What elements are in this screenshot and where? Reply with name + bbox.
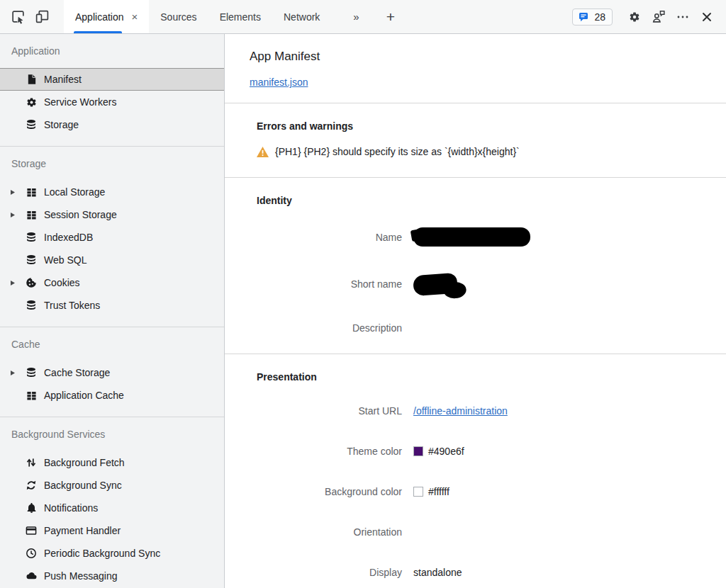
sidebar-item-local-storage[interactable]: Local Storage [0, 181, 224, 203]
sidebar-item-notifications[interactable]: Notifications [0, 497, 224, 519]
sidebar-item-payment-handler[interactable]: Payment Handler [0, 519, 224, 542]
sidebar-item-cookies[interactable]: Cookies [0, 271, 224, 294]
field-label: Background color [225, 486, 402, 497]
sidebar-section-storage: Storage Local Storage [0, 147, 224, 327]
errors-and-warnings-section: Errors and warnings {PH1} {PH2} should s… [225, 103, 726, 177]
sidebar-item-manifest[interactable]: Manifest [0, 68, 224, 91]
sidebar-item-label: Trust Tokens [44, 300, 100, 311]
gear-icon [25, 96, 38, 108]
sidebar-item-background-fetch[interactable]: Background Fetch [0, 451, 224, 474]
issues-count: 28 [594, 11, 605, 23]
inspect-cursor-icon[interactable] [6, 0, 30, 33]
section-title: Cache [0, 327, 224, 361]
field-label: Description [225, 322, 402, 334]
sidebar-item-cache-storage[interactable]: Cache Storage [0, 361, 224, 384]
sidebar-item-label: Service Workers [44, 96, 116, 108]
field-value: /offline-administration [413, 405, 508, 417]
sidebar-item-indexeddb[interactable]: IndexedDB [0, 226, 224, 249]
close-icon[interactable] [695, 11, 719, 23]
field-label: Short name [225, 278, 402, 290]
field-row-description: Description [225, 321, 726, 335]
field-value: #490e6f [413, 446, 464, 457]
field-row-short-name: Short name [225, 273, 726, 295]
sidebar-item-service-workers[interactable]: Service Workers [0, 91, 224, 113]
tab-close-icon[interactable]: × [132, 11, 138, 22]
sidebar-section-application: Application Manifest [0, 34, 224, 147]
document-icon [25, 73, 38, 86]
sidebar-item-label: Payment Handler [44, 525, 121, 536]
page-title: App Manifest [250, 50, 726, 64]
database-icon [25, 299, 38, 312]
sidebar-item-periodic-background-sync[interactable]: Periodic Background Sync [0, 542, 224, 565]
chevron-right-icon[interactable] [10, 212, 25, 218]
field-row-name: Name [225, 227, 726, 247]
field-label: Theme color [225, 446, 402, 457]
tab-sources[interactable]: Sources [149, 0, 208, 33]
database-icon [25, 254, 38, 266]
more-tabs-button[interactable]: » [342, 0, 368, 33]
field-value [413, 273, 457, 295]
tab-application-label: Application [75, 11, 124, 23]
chevron-right-icon[interactable] [10, 370, 25, 376]
database-icon [25, 118, 38, 131]
tab-application[interactable]: Application × [64, 0, 149, 33]
devtools-body: Application Manifest [0, 34, 726, 588]
field-row-orientation: Orientation [225, 525, 726, 539]
sidebar-item-application-cache[interactable]: Application Cache [0, 384, 224, 407]
sidebar-item-label: Background Sync [44, 480, 122, 491]
field-row-start-url: Start URL /offline-administration [225, 404, 726, 418]
field-label: Display [225, 567, 402, 578]
field-row-theme-color: Theme color #490e6f [225, 444, 726, 458]
warning-message: {PH1} {PH2} should specify its size as `… [275, 146, 520, 157]
toolbar-spacer [406, 0, 572, 33]
section-title: Storage [0, 147, 224, 181]
devtools-toolbar: Application × Sources Elements Network »… [0, 0, 726, 34]
sidebar-item-session-storage[interactable]: Session Storage [0, 203, 224, 226]
sidebar-item-push-messaging[interactable]: Push Messaging [0, 565, 224, 587]
up-down-arrows-icon [25, 456, 38, 469]
section-title: Application [0, 34, 224, 68]
redaction-scribble [413, 273, 458, 296]
chevron-right-icon[interactable] [10, 189, 25, 196]
sidebar-item-label: Background Fetch [44, 457, 125, 468]
sidebar-item-label: Storage [44, 119, 79, 130]
background-color-value: #ffffff [428, 486, 449, 497]
field-row-background-color: Background color #ffffff [225, 485, 726, 499]
table-icon [25, 208, 38, 221]
cloud-icon [25, 570, 38, 582]
sidebar-item-trust-tokens[interactable]: Trust Tokens [0, 294, 224, 317]
person-chat-icon[interactable] [647, 9, 671, 24]
table-icon [25, 389, 38, 402]
field-label: Start URL [225, 405, 402, 417]
sidebar-item-label: Application Cache [44, 390, 124, 401]
sidebar-section-background-services: Background Services Background Fetch [0, 417, 224, 588]
gear-icon[interactable] [622, 11, 647, 23]
active-tab-underline [74, 31, 122, 33]
tab-sources-label: Sources [160, 11, 196, 23]
sidebar-item-label: Periodic Background Sync [44, 548, 160, 559]
tab-network[interactable]: Network [272, 0, 331, 33]
sidebar-item-background-sync[interactable]: Background Sync [0, 474, 224, 497]
background-color-swatch [413, 487, 423, 497]
sidebar-item-label: Manifest [44, 74, 82, 85]
database-icon [25, 366, 38, 379]
tab-elements[interactable]: Elements [208, 0, 272, 33]
start-url-link[interactable]: /offline-administration [413, 405, 508, 417]
field-value: #ffffff [413, 486, 449, 497]
sync-icon [25, 479, 38, 492]
manifest-report: App Manifest manifest.json Errors and wa… [225, 34, 726, 588]
table-icon [25, 186, 38, 198]
manifest-json-link[interactable]: manifest.json [250, 77, 308, 88]
sidebar-item-web-sql[interactable]: Web SQL [0, 249, 224, 271]
sidebar-item-label: Cookies [44, 277, 80, 288]
new-tab-button[interactable]: + [376, 0, 406, 33]
sidebar-item-label: Web SQL [44, 254, 86, 266]
sidebar-item-storage-app[interactable]: Storage [0, 113, 224, 136]
chevron-right-icon[interactable] [10, 280, 25, 286]
device-toolbar-icon[interactable] [30, 0, 54, 33]
sidebar-item-label: Local Storage [44, 186, 105, 198]
issues-counter-badge[interactable]: 28 [572, 9, 613, 26]
three-dots-icon[interactable] [671, 10, 695, 24]
database-icon [25, 231, 38, 244]
section-heading: Errors and warnings [257, 120, 726, 132]
